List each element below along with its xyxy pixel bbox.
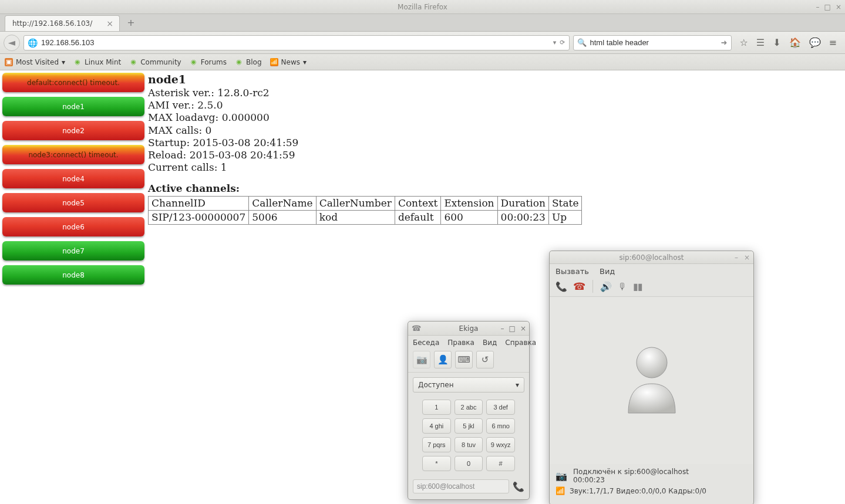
info-line: Reload: 2015-03-08 20:41:59 [148,149,582,161]
key-0[interactable]: 0 [455,456,483,471]
history-button[interactable]: ↺ [476,351,494,368]
key-9[interactable]: 9 wxyz [486,437,515,452]
bookmark-label: Linux Mint [85,58,121,66]
th-duration: Duration [497,196,548,210]
search-bar[interactable]: 🔍 ➜ [573,35,732,50]
sip-stats: 📶 Звук:1,7/1,7 Видео:0,0/0,0 Кадры:0/0 [550,484,753,500]
window-minimize-button[interactable]: – [501,324,504,333]
bookmark-most-visited[interactable]: ▣ Most Visited ▾ [5,58,65,66]
node-button-0[interactable]: default:connect() timeout. [2,73,144,92]
channels-table: ChannelID CallerName CallerNumber Contex… [148,196,582,225]
node-button-6[interactable]: node6 [2,217,144,236]
node-button-5[interactable]: node5 [2,193,144,212]
bookmark-forums[interactable]: ◉ Forums [190,58,227,66]
back-button[interactable]: ◄ [4,35,20,51]
node-button-3[interactable]: node3:connect() timeout. [2,145,144,164]
menu-chat[interactable]: Беседа [413,339,439,347]
th-state: State [548,196,582,210]
url-bar[interactable]: 🌐 ▾ ⟳ [23,35,570,50]
key-2[interactable]: 2 abc [455,400,483,415]
node-button-7[interactable]: node7 [2,241,144,261]
pause-icon[interactable]: ▮▮ [633,281,642,292]
contacts-button[interactable]: 👤 [434,351,452,368]
chevron-down-icon: ▾ [62,58,65,66]
home-icon[interactable]: 🏠 [789,37,801,48]
bookmark-news[interactable]: 📶 News ▾ [270,58,307,66]
bookmark-linux-mint[interactable]: ◉ Linux Mint [73,58,121,66]
th-callernumber: CallerNumber [316,196,395,210]
menu-call[interactable]: Вызвать [556,267,589,276]
window-close-button[interactable]: × [520,324,526,333]
globe-icon: 🌐 [28,38,38,48]
ekiga-menubar: Беседа Правка Вид Справка [408,336,529,350]
search-input[interactable] [590,38,718,47]
window-maximize-button[interactable]: □ [509,324,516,333]
menu-view[interactable]: Вид [600,267,615,276]
key-7[interactable]: 7 pqrs [422,437,451,452]
call-icon[interactable]: 📞 [556,281,567,292]
th-callername: CallerName [249,196,316,210]
library-icon[interactable]: ☰ [756,37,765,48]
bookmark-community[interactable]: ◉ Community [129,58,181,66]
node-button-8[interactable]: node8 [2,265,144,285]
bookmark-blog[interactable]: ◉ Blog [235,58,262,66]
chat-icon[interactable]: 💬 [809,37,821,48]
sip-titlebar[interactable]: sip:600@localhost – × [550,251,753,264]
node-button-1[interactable]: node1 [2,97,144,116]
sip-toolbar: 📞 ☎ 🔊 🎙 ▮▮ [550,279,753,297]
reload-icon[interactable]: ⟳ [560,39,565,46]
ekiga-titlebar[interactable]: ☎ Ekiga – □ × [408,322,529,336]
call-icon[interactable]: 📞 [513,481,524,492]
window-close-button[interactable]: × [836,3,841,11]
ekiga-window[interactable]: ☎ Ekiga – □ × Беседа Правка Вид Справка … [408,321,530,500]
window-minimize-button[interactable]: – [816,3,820,11]
info-line: MAX loadavg: 0.000000 [148,111,582,124]
window-close-button[interactable]: × [744,253,750,262]
mic-icon[interactable]: 🎙 [618,281,627,292]
key-hash[interactable]: # [486,456,515,471]
ekiga-toolbar: 📷 👤 ⌨ ↺ [408,350,529,373]
th-extension: Extension [441,196,497,210]
speaker-icon[interactable]: 🔊 [600,281,612,292]
info-line: AMI ver.: 2.5.0 [148,99,582,111]
url-input[interactable] [41,38,550,47]
menu-help[interactable]: Справка [505,339,536,347]
bookmark-star-icon[interactable]: ☆ [740,37,748,48]
mint-icon: ◉ [129,58,137,66]
key-1[interactable]: 1 [422,400,451,415]
dialpad-button[interactable]: ⌨ [455,351,473,368]
tab-close-icon[interactable]: × [106,19,113,28]
signal-icon: 📶 [556,486,565,495]
new-tab-button[interactable]: + [123,16,139,29]
key-4[interactable]: 4 ghi [422,418,451,434]
node-button-2[interactable]: node2 [2,121,144,140]
mint-icon: ◉ [235,58,243,66]
menu-edit[interactable]: Правка [447,339,474,347]
th-context: Context [395,196,441,210]
stats-text: Звук:1,7/1,7 Видео:0,0/0,0 Кадры:0/0 [570,487,706,495]
key-star[interactable]: * [422,456,451,471]
td: default [395,211,441,225]
key-3[interactable]: 3 def [486,400,515,415]
chevron-down-icon: ▾ [303,58,307,66]
window-maximize-button[interactable]: □ [824,3,831,11]
key-5[interactable]: 5 jkl [455,418,483,434]
key-6[interactable]: 6 mno [486,418,515,434]
sip-address-input[interactable] [413,479,509,493]
window-title: Mozilla Firefox [398,3,447,11]
browser-tab[interactable]: http://192.168.56.103/ × [5,15,120,31]
sip-call-window[interactable]: sip:600@localhost – × Вызвать Вид 📞 ☎ 🔊 … [549,251,754,504]
svg-point-0 [637,347,667,378]
node-button-4[interactable]: node4 [2,169,144,188]
hangup-icon[interactable]: ☎ [573,280,585,292]
info-line: Current calls: 1 [148,161,582,174]
downloads-icon[interactable]: ⬇ [773,37,780,48]
url-dropdown-icon[interactable]: ▾ [553,39,557,46]
window-minimize-button[interactable]: – [735,253,738,262]
status-dropdown[interactable]: Доступен ▾ [413,377,524,393]
menu-icon[interactable]: ≡ [829,37,837,48]
info-line: Startup: 2015-03-08 20:41:59 [148,137,582,149]
search-go-icon[interactable]: ➜ [721,38,728,47]
key-8[interactable]: 8 tuv [455,437,483,452]
menu-view[interactable]: Вид [483,339,497,347]
